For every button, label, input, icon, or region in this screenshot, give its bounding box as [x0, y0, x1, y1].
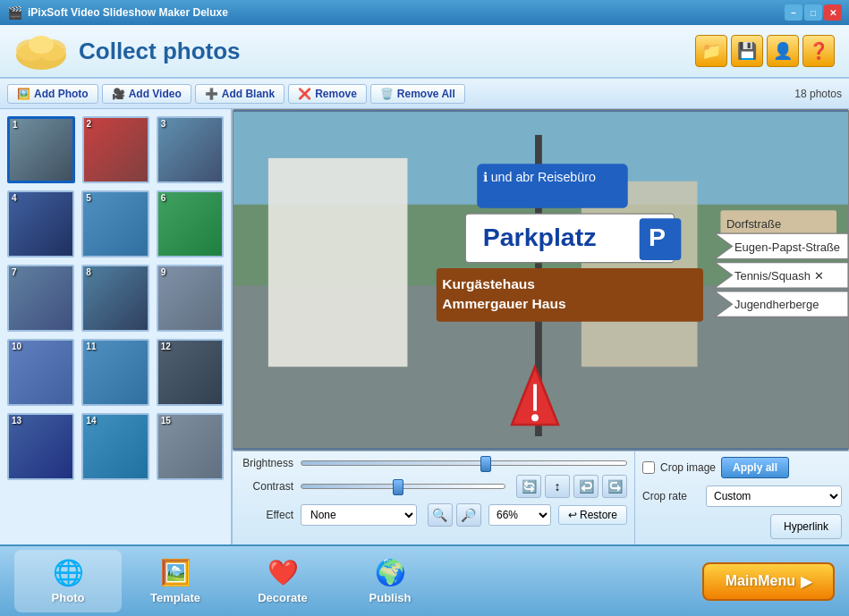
maximize-button[interactable]: □: [804, 4, 822, 21]
thumbnail-number: 4: [12, 193, 17, 203]
svg-text:Parkplatz: Parkplatz: [483, 223, 597, 251]
nav-item-photo[interactable]: 🌐Photo: [14, 550, 122, 612]
svg-rect-7: [268, 158, 408, 367]
thumbnail-item[interactable]: 3: [157, 116, 224, 183]
nav-label-template: Template: [150, 591, 200, 604]
thumbnail-item[interactable]: 14: [81, 413, 149, 480]
remove-all-button[interactable]: 🗑️ Remove All: [370, 84, 465, 104]
crop-image-row: Crop image Apply all: [642, 457, 842, 478]
header-icons: 📁 💾 👤 ❓: [695, 35, 835, 67]
main-menu-arrow-icon: ▶: [801, 573, 811, 590]
close-button[interactable]: ✕: [824, 4, 842, 21]
zoom-in-button[interactable]: 🔍: [428, 503, 453, 527]
thumbnail-item[interactable]: 11: [81, 339, 149, 406]
app-icon: 🎬: [7, 5, 22, 20]
thumbnail-item[interactable]: 13: [7, 413, 74, 480]
thumbnail-item[interactable]: 7: [7, 265, 74, 332]
thumbnail-item[interactable]: 10: [7, 339, 74, 406]
app-title: iPixSoft Video Slideshow Maker Deluxe: [28, 6, 228, 19]
effect-row: Effect NoneSepiaGrayscaleBlurSharpen 🔍 🔎…: [240, 503, 627, 527]
thumbnail-item[interactable]: 6: [157, 190, 224, 257]
flip-v-button[interactable]: ↕️: [545, 475, 570, 498]
rotate-right-button[interactable]: ↪️: [602, 475, 627, 498]
contrast-track: [301, 484, 505, 489]
add-blank-button[interactable]: ➕ Add Blank: [195, 84, 284, 104]
remove-button[interactable]: ❌ Remove: [288, 84, 367, 104]
nav-label-decorate: Decorate: [258, 591, 308, 604]
crop-image-label: Crop image: [660, 461, 716, 474]
effect-select[interactable]: NoneSepiaGrayscaleBlurSharpen: [301, 504, 417, 526]
add-photo-button[interactable]: 🖼️ Add Photo: [7, 84, 98, 104]
thumbnail-number: 14: [86, 416, 96, 426]
account-button[interactable]: 👤: [767, 35, 799, 67]
thumbnail-number: 8: [86, 267, 91, 277]
open-folder-button[interactable]: 📁: [695, 35, 727, 67]
add-photo-label: Add Photo: [34, 88, 89, 100]
thumbnail-item[interactable]: 5: [81, 190, 149, 257]
add-blank-label: Add Blank: [222, 88, 275, 100]
contrast-effect-icons: 🔄 ↕️ ↩️ ↪️: [516, 475, 627, 498]
nav-item-template[interactable]: 🖼️Template: [122, 550, 229, 612]
contrast-row: Contrast 🔄 ↕️ ↩️ ↪️: [240, 475, 627, 498]
nav-label-publish: Publish: [369, 591, 412, 604]
thumbnail-item[interactable]: 4: [7, 190, 74, 257]
add-video-button[interactable]: 🎥 Add Video: [102, 84, 191, 104]
thumbnail-item[interactable]: 2: [82, 116, 149, 183]
nav-icon-publish: 🌍: [375, 558, 406, 587]
main-menu-button[interactable]: MainMenu ▶: [702, 562, 835, 601]
footer-nav: 🌐Photo🖼️Template❤️Decorate🌍Publish MainM…: [0, 544, 849, 616]
image-controls: Brightness Contrast 🔄 ↕️ ↩️ ↪️: [233, 451, 634, 544]
thumbnail-item[interactable]: 15: [157, 413, 224, 480]
effect-label: Effect: [240, 509, 293, 521]
nav-item-publish[interactable]: 🌍Publish: [336, 550, 444, 612]
window-controls: – □ ✕: [785, 4, 842, 21]
save-button[interactable]: 💾: [731, 35, 763, 67]
thumbnail-item[interactable]: 8: [81, 265, 149, 332]
crop-image-checkbox[interactable]: [642, 461, 655, 474]
header: Collect photos 📁 💾 👤 ❓: [0, 25, 849, 79]
hyperlink-button[interactable]: Hyperlink: [770, 514, 842, 539]
add-video-icon: 🎥: [112, 88, 125, 100]
brightness-row: Brightness: [240, 457, 627, 469]
nav-icon-template: 🖼️: [160, 558, 191, 587]
crop-rate-select[interactable]: Custom4:316:91:1: [706, 485, 842, 507]
restore-button[interactable]: ↩ Restore: [558, 505, 627, 525]
zoom-select[interactable]: 25%50%66%75%100%: [488, 504, 551, 526]
help-button[interactable]: ❓: [802, 35, 835, 67]
thumbnail-panel: 123456789101112131415: [0, 109, 233, 544]
svg-point-29: [531, 414, 539, 421]
flip-h-button[interactable]: 🔄: [516, 475, 541, 498]
thumbnail-row: 456: [7, 190, 224, 257]
brightness-slider[interactable]: [480, 456, 491, 472]
thumbnail-row: 789: [7, 265, 224, 332]
svg-text:P: P: [649, 223, 666, 251]
nav-item-decorate[interactable]: ❤️Decorate: [229, 550, 336, 612]
thumbnail-number: 9: [161, 267, 166, 277]
contrast-label: Contrast: [240, 480, 293, 493]
main-menu-label: MainMenu: [726, 573, 795, 589]
thumbnail-row: 131415: [7, 413, 224, 480]
add-video-label: Add Video: [129, 88, 182, 100]
toolbar: 🖼️ Add Photo 🎥 Add Video ➕ Add Blank ❌ R…: [0, 79, 849, 109]
minimize-button[interactable]: –: [785, 4, 802, 21]
zoom-out-button[interactable]: 🔎: [456, 503, 481, 527]
svg-text:Eugen-Papst-Straße: Eugen-Papst-Straße: [734, 240, 840, 254]
remove-all-label: Remove All: [397, 88, 455, 100]
thumbnail-item[interactable]: 1: [7, 116, 75, 183]
thumbnail-number: 7: [12, 267, 17, 277]
apply-all-button[interactable]: Apply all: [721, 457, 789, 478]
right-controls: Crop image Apply all Crop rate Custom4:3…: [634, 451, 849, 544]
remove-label: Remove: [315, 88, 357, 100]
titlebar: 🎬 iPixSoft Video Slideshow Maker Deluxe …: [0, 0, 849, 25]
thumbnail-number: 13: [12, 416, 21, 426]
rotate-left-button[interactable]: ↩️: [573, 475, 599, 498]
thumbnail-scroll[interactable]: 123456789101112131415: [0, 109, 231, 544]
thumbnail-number: 11: [86, 342, 96, 351]
contrast-slider[interactable]: [393, 479, 403, 495]
svg-text:Tennis/Squash ✕: Tennis/Squash ✕: [734, 269, 824, 283]
preview-area: ℹ und abr Reisebüro Parkplatz P Kurgäste…: [233, 109, 849, 544]
thumbnail-number: 15: [161, 416, 171, 426]
thumbnail-item[interactable]: 9: [157, 265, 224, 332]
thumbnail-item[interactable]: 12: [157, 339, 224, 406]
brightness-label: Brightness: [240, 457, 293, 469]
